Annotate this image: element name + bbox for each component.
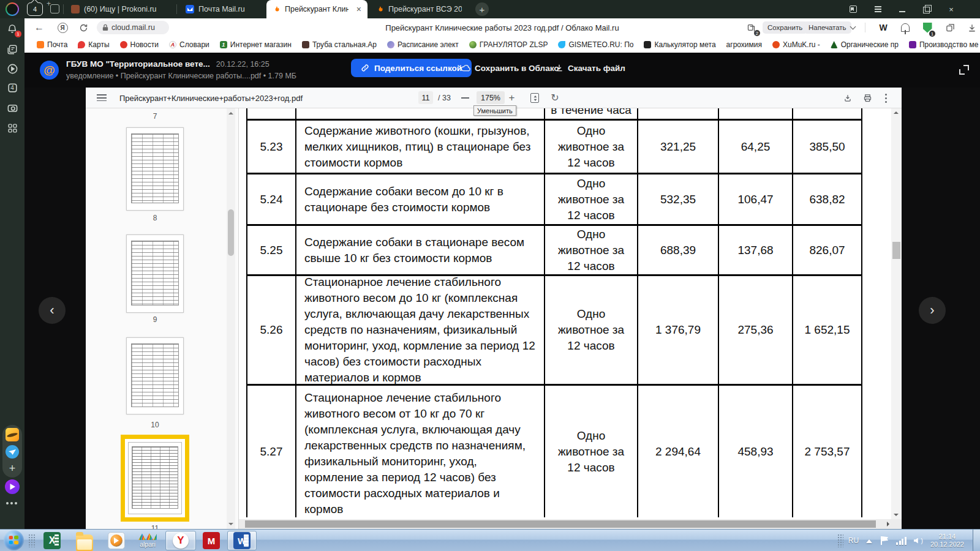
notifications-bell-icon[interactable]: 1 (5, 21, 20, 36)
thumbnail-page-11-selected[interactable] (121, 435, 189, 522)
add-app-icon[interactable]: + (5, 461, 20, 476)
tab-close-icon[interactable]: × (356, 4, 361, 14)
save-page-button[interactable]: Сохранить (763, 21, 807, 34)
copy-link-icon[interactable]: 2 (744, 18, 758, 37)
scroll-thumb[interactable] (228, 209, 234, 256)
pdf-vertical-scrollbar[interactable] (891, 108, 902, 519)
share-link-button[interactable]: Поделиться ссылкой (351, 59, 472, 77)
pinned-app-icon[interactable] (6, 428, 19, 441)
network-signal-icon[interactable] (896, 537, 907, 545)
zoom-out-icon[interactable] (461, 97, 469, 99)
fit-page-icon[interactable] (530, 93, 539, 103)
sidebar-panel-icon[interactable] (849, 5, 858, 13)
scroll-up-icon[interactable] (228, 112, 233, 114)
url-field[interactable]: cloud.mail.ru (97, 21, 169, 34)
bookmark-item[interactable]: АСловари (169, 40, 209, 49)
download-file-button[interactable]: Скачать файл (555, 59, 625, 77)
bookmark-item[interactable]: XuMuK.ru - (772, 40, 820, 49)
bookmark-item[interactable]: Почта (37, 40, 67, 49)
show-desktop-button[interactable] (973, 530, 980, 551)
thumbnails-scrollbar[interactable] (227, 108, 235, 529)
refresh-icon[interactable] (77, 18, 89, 37)
feed-icon[interactable] (5, 42, 20, 57)
bookmark-item[interactable]: Расписание элект (387, 40, 459, 49)
close-button[interactable]: × (947, 5, 956, 13)
apps-grid-icon[interactable] (5, 121, 20, 135)
pdf-page: в течение часа 5.23 Содержание животного… (239, 108, 891, 519)
save-to-cloud-button[interactable]: Сохранить в Облако (461, 59, 559, 77)
taskbar-pdf-master-icon[interactable]: M (203, 532, 220, 549)
screenshot-camera-icon[interactable] (5, 100, 20, 115)
bookmark-item[interactable]: Органические пр (831, 40, 899, 49)
home-tableau-button[interactable]: 4 (27, 2, 43, 16)
tab-active-pricelist[interactable]: Прейскурант Клиничес × (266, 0, 368, 18)
bookmark-item[interactable]: 1Интернет магазин (220, 40, 292, 49)
scroll-up-icon[interactable] (894, 111, 899, 114)
bookmark-item[interactable]: Новости (120, 40, 159, 49)
taskbar-media-player-icon[interactable] (108, 532, 125, 549)
pdf-print-icon[interactable] (861, 92, 873, 104)
scroll-thumb[interactable] (892, 242, 900, 259)
pdf-horizontal-scrollbar[interactable] (239, 519, 891, 529)
bookmark-item[interactable]: GISMETEO.RU: По (558, 40, 633, 49)
scroll-down-icon[interactable] (228, 523, 233, 525)
bookmark-item[interactable]: Труба стальная.Ар (302, 40, 377, 49)
start-button[interactable] (4, 530, 24, 550)
scroll-down-icon[interactable] (894, 514, 899, 516)
tab-prokoni[interactable]: (60) Ищу | Prokoni.ru (65, 0, 174, 18)
back-icon[interactable]: ← (33, 18, 45, 37)
thumbnail-page-10[interactable] (126, 337, 184, 414)
adblock-shield-icon[interactable]: 1 (921, 18, 933, 37)
scroll-right-icon[interactable] (887, 522, 889, 527)
new-tab-button[interactable]: + (475, 2, 489, 16)
tab-pricelist-vse[interactable]: Прейскурант ВСЭ 2023 го (370, 0, 468, 18)
yandex-start-icon[interactable]: Я (56, 18, 69, 37)
thumbnail-page-8[interactable] (126, 127, 184, 211)
alice-assistant-icon[interactable] (5, 479, 20, 494)
clock[interactable]: 21:14 20.12.2022 (930, 533, 964, 549)
pdf-more-icon[interactable] (880, 92, 892, 104)
tabs-copy-icon[interactable] (943, 18, 957, 37)
zoom-level[interactable]: 175% (477, 91, 505, 104)
telegram-icon[interactable] (6, 445, 19, 459)
taskbar-word-button[interactable]: W (227, 531, 257, 550)
profile-avatar[interactable] (6, 2, 19, 16)
bookmark-item[interactable]: Карты (78, 40, 109, 49)
page-number-field[interactable]: 11 (418, 91, 433, 104)
new-window-icon[interactable] (50, 4, 59, 13)
pdf-download-icon[interactable] (842, 92, 854, 104)
tabs-counter-icon[interactable]: 4 (5, 80, 20, 95)
taskbar-explorer-icon[interactable] (76, 534, 93, 551)
prev-file-button[interactable]: ‹ (39, 297, 66, 324)
password-key-icon[interactable] (899, 18, 911, 37)
scroll-thumb[interactable] (245, 520, 876, 528)
minimize-button[interactable] (898, 5, 907, 13)
bookmark-item[interactable]: Производство ме (909, 40, 979, 49)
thumbnail-page-9[interactable] (126, 234, 184, 313)
word-icon: W (233, 532, 251, 549)
language-indicator[interactable]: RU (848, 536, 859, 545)
video-play-icon[interactable] (5, 61, 20, 76)
volume-icon[interactable] (914, 538, 919, 544)
bookmark-item[interactable]: ГРАНУЛЯТОР ZLSP (469, 40, 548, 49)
actions-chevron-icon[interactable] (848, 18, 858, 37)
taskbar-excel-icon[interactable]: X (43, 532, 61, 549)
wiki-extension-icon[interactable]: W (877, 18, 889, 37)
rotate-icon[interactable]: ↻ (549, 92, 560, 103)
tab-mail[interactable]: Почта Mail.ru (179, 0, 262, 18)
zoom-in-icon[interactable]: + (507, 92, 517, 103)
sidebar-more-icon[interactable] (6, 502, 17, 504)
restore-button[interactable] (922, 5, 931, 13)
tray-expand-icon[interactable] (866, 536, 872, 543)
taskbar-alpari-icon[interactable]: alpari (134, 532, 162, 549)
fullscreen-icon[interactable] (959, 65, 969, 75)
downloads-icon[interactable] (966, 18, 978, 37)
taskbar-yandex-browser-button[interactable]: Y (165, 531, 196, 550)
print-page-button[interactable]: Напечатать (804, 21, 851, 34)
action-center-flag-icon[interactable] (881, 536, 889, 545)
bookmark-item[interactable]: агрохимия (726, 40, 762, 49)
next-file-button[interactable]: › (919, 297, 946, 324)
pdf-menu-icon[interactable] (97, 94, 107, 101)
browser-menu-icon[interactable] (873, 5, 882, 13)
bookmark-item[interactable]: Калькулятор мета (644, 40, 715, 49)
